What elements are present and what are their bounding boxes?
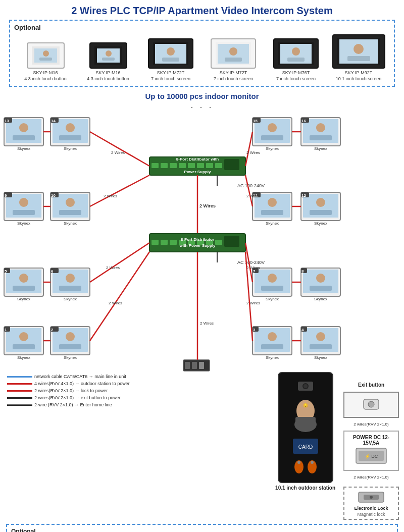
svg-rect-54 xyxy=(161,163,168,168)
power-lock-section: Exit button 2 wires(RVV 2×1.0) POWER DC … xyxy=(343,372,399,520)
legend-line-red-2 xyxy=(7,390,32,392)
svg-text:2 Wires: 2 Wires xyxy=(106,265,120,270)
monitor-item-3: SKY-IP-M72T7 inch touch screen xyxy=(143,38,198,82)
svg-rect-173 xyxy=(261,344,283,349)
svg-rect-205 xyxy=(295,417,316,427)
monitor-7: 7 Skynex xyxy=(252,268,292,301)
svg-point-172 xyxy=(268,332,277,341)
monitor-screen-2 xyxy=(89,42,127,69)
svg-point-179 xyxy=(316,332,325,341)
svg-point-219 xyxy=(370,496,373,499)
monitor-label-4: SKY-IP-M72T7 inch touch screen xyxy=(214,70,253,82)
svg-point-74 xyxy=(19,198,28,207)
svg-point-95 xyxy=(316,198,325,207)
svg-point-47 xyxy=(316,123,325,132)
svg-text:Power Supply: Power Supply xyxy=(184,170,211,174)
svg-point-201 xyxy=(304,384,308,388)
svg-rect-139 xyxy=(261,286,283,291)
svg-text:3: 3 xyxy=(253,328,256,332)
legend-text-4: 2 wires(RVV 2×1.0) → exit button to powe… xyxy=(34,395,121,400)
power-supply-icon: ⚡ DC xyxy=(354,446,389,466)
outdoor-area: 😊 CARD xyxy=(275,370,399,520)
svg-text:Skynex: Skynex xyxy=(64,221,77,226)
svg-rect-89 xyxy=(261,210,283,215)
svg-text:10: 10 xyxy=(51,193,56,198)
svg-text:Skynex: Skynex xyxy=(64,355,77,360)
exit-wire-label: 2 wires(RVV 2×1.0) xyxy=(343,422,399,427)
svg-line-103 xyxy=(245,175,252,206)
svg-text:CARD: CARD xyxy=(298,444,312,450)
svg-point-18 xyxy=(292,47,300,56)
monitor-6: 6 Skynex xyxy=(50,268,90,301)
svg-text:Skynex: Skynex xyxy=(17,297,30,301)
svg-rect-180 xyxy=(310,344,332,349)
elock-label: Electronic Lock xyxy=(346,506,396,511)
svg-text:⚡ DC: ⚡ DC xyxy=(365,453,378,459)
svg-text:2 Wires: 2 Wires xyxy=(104,194,117,198)
svg-text:Skynex: Skynex xyxy=(314,297,327,301)
svg-rect-3 xyxy=(39,58,52,61)
svg-text:16: 16 xyxy=(301,119,306,123)
svg-line-67 xyxy=(245,132,252,166)
svg-text:2 Wires: 2 Wires xyxy=(109,301,122,305)
svg-point-124 xyxy=(19,274,28,283)
svg-point-40 xyxy=(268,123,277,132)
page-title: 2 Wires PLC TCP/IP Apartment Video Inter… xyxy=(0,0,404,20)
svg-text:14: 14 xyxy=(51,119,56,123)
svg-point-211 xyxy=(311,461,314,464)
svg-rect-59 xyxy=(206,163,213,168)
monitor-label-5: SKY-IP-M76T7 inch touch screen xyxy=(276,70,316,82)
svg-rect-125 xyxy=(13,286,35,291)
svg-rect-11 xyxy=(162,58,179,62)
svg-point-209 xyxy=(297,461,300,464)
svg-text:Skynex: Skynex xyxy=(64,146,77,151)
svg-line-151 xyxy=(90,243,149,282)
legend-line-black-2 xyxy=(7,404,32,406)
monitor-14: 14 Skynex xyxy=(50,118,90,151)
monitor-screen-4 xyxy=(211,38,256,69)
svg-rect-53 xyxy=(152,163,159,168)
svg-text:Skynex: Skynex xyxy=(266,297,279,301)
svg-rect-82 xyxy=(59,210,81,215)
svg-rect-27 xyxy=(13,135,35,140)
legend-line-blue xyxy=(7,376,32,378)
monitor-13: 13 Skynex xyxy=(4,118,43,151)
svg-rect-110 xyxy=(161,240,168,245)
svg-text:Skynex: Skynex xyxy=(266,146,279,151)
monitor-12: 12 Skynex xyxy=(301,192,340,226)
svg-rect-7 xyxy=(102,58,115,61)
bottom-optional-label: Optional xyxy=(11,528,393,532)
svg-rect-117 xyxy=(224,236,239,247)
svg-rect-146 xyxy=(310,286,332,291)
keyfob-group xyxy=(294,460,317,474)
svg-rect-116 xyxy=(215,240,222,245)
bottom-optional-box: Optional 2 camera with face recognitiont… xyxy=(6,524,398,532)
svg-rect-166 xyxy=(59,344,81,349)
svg-text:Skynex: Skynex xyxy=(314,355,327,360)
svg-text:Skynex: Skynex xyxy=(266,355,279,360)
monitor-screen-1 xyxy=(27,42,65,69)
svg-text:Skynex: Skynex xyxy=(17,146,30,151)
svg-point-158 xyxy=(19,332,28,341)
svg-text:1: 1 xyxy=(5,328,7,332)
distributor-top: 8-Port Distributor with Power Supply xyxy=(149,157,245,175)
monitor-16: 16 Skynex xyxy=(301,118,340,151)
svg-rect-60 xyxy=(215,163,222,168)
svg-text:AC 100-240V: AC 100-240V xyxy=(237,183,265,188)
svg-text:2 Wires: 2 Wires xyxy=(246,301,260,305)
optional-top-box: Optional SKY-IP-M164.3 inch touch button… xyxy=(9,20,395,87)
svg-rect-191 xyxy=(185,362,190,369)
legend-section: network cable CAT5/CAT6 → main line in u… xyxy=(5,370,270,520)
svg-text:9: 9 xyxy=(5,193,7,198)
keyfob-icon-1 xyxy=(294,460,304,474)
svg-rect-192 xyxy=(192,362,197,369)
svg-rect-58 xyxy=(197,163,204,168)
legend-text-3: 2 wires(RVV 2×1.0) → lock to power xyxy=(34,388,108,393)
legend-line-red-1 xyxy=(7,383,32,385)
svg-point-14 xyxy=(229,47,237,56)
dots-separator: · · · xyxy=(0,101,404,113)
cat5-converter: 2 Wire to CAT5 Convertor xyxy=(183,360,212,375)
monitor-label-2: SKY-IP-M164.3 inch touch button xyxy=(87,70,129,82)
monitor-3: 3 Skynex xyxy=(252,327,292,360)
power-supply-box: POWER DC 12-15V,5A ⚡ DC xyxy=(343,431,399,471)
